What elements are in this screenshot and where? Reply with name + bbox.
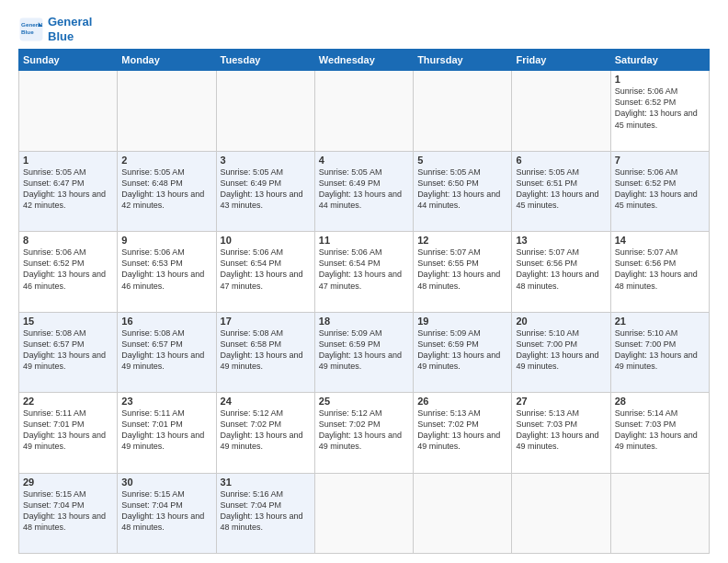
calendar-cell: 13Sunrise: 5:07 AMSunset: 6:56 PMDayligh… — [512, 232, 610, 312]
day-number: 19 — [417, 316, 507, 327]
calendar-cell: 30Sunrise: 5:15 AMSunset: 7:04 PMDayligh… — [118, 473, 216, 553]
cell-content: Sunrise: 5:13 AMSunset: 7:03 PMDaylight:… — [516, 408, 598, 451]
cell-content: Sunrise: 5:05 AMSunset: 6:49 PMDaylight:… — [221, 167, 303, 210]
calendar-cell: 10Sunrise: 5:06 AMSunset: 6:54 PMDayligh… — [216, 232, 314, 312]
cell-content: Sunrise: 5:05 AMSunset: 6:50 PMDaylight:… — [417, 167, 500, 210]
calendar-cell — [314, 71, 413, 151]
day-number: 26 — [417, 396, 507, 407]
cell-content: Sunrise: 5:13 AMSunset: 7:02 PMDaylight:… — [417, 408, 500, 451]
calendar-day-header: Friday — [512, 50, 610, 71]
cell-content: Sunrise: 5:14 AMSunset: 7:03 PMDaylight:… — [615, 408, 698, 451]
calendar-cell — [512, 71, 610, 151]
cell-content: Sunrise: 5:06 AMSunset: 6:54 PMDaylight:… — [221, 247, 303, 290]
day-number: 28 — [615, 396, 705, 407]
calendar-cell: 12Sunrise: 5:07 AMSunset: 6:55 PMDayligh… — [414, 232, 512, 312]
calendar-week-row: 1Sunrise: 5:05 AMSunset: 6:47 PMDaylight… — [19, 151, 710, 231]
day-number: 21 — [615, 316, 705, 327]
cell-content: Sunrise: 5:15 AMSunset: 7:04 PMDaylight:… — [23, 489, 106, 532]
day-number: 1 — [23, 155, 113, 166]
calendar-cell: 19Sunrise: 5:09 AMSunset: 6:59 PMDayligh… — [414, 312, 512, 392]
cell-content: Sunrise: 5:07 AMSunset: 6:55 PMDaylight:… — [417, 247, 500, 290]
calendar-cell: 17Sunrise: 5:08 AMSunset: 6:58 PMDayligh… — [216, 312, 314, 392]
cell-content: Sunrise: 5:08 AMSunset: 6:57 PMDaylight:… — [121, 328, 204, 371]
calendar-week-row: 22Sunrise: 5:11 AMSunset: 7:01 PMDayligh… — [19, 393, 710, 473]
day-number: 7 — [615, 155, 705, 166]
cell-content: Sunrise: 5:09 AMSunset: 6:59 PMDaylight:… — [417, 328, 500, 371]
calendar-table: SundayMondayTuesdayWednesdayThursdayFrid… — [18, 49, 710, 554]
calendar-cell: 3Sunrise: 5:05 AMSunset: 6:49 PMDaylight… — [216, 151, 314, 231]
cell-content: Sunrise: 5:07 AMSunset: 6:56 PMDaylight:… — [615, 247, 698, 290]
calendar-week-row: 8Sunrise: 5:06 AMSunset: 6:52 PMDaylight… — [19, 232, 710, 312]
day-number: 27 — [516, 396, 606, 407]
cell-content: Sunrise: 5:06 AMSunset: 6:54 PMDaylight:… — [319, 247, 402, 290]
calendar-day-header: Thursday — [414, 50, 512, 71]
cell-content: Sunrise: 5:12 AMSunset: 7:02 PMDaylight:… — [221, 408, 303, 451]
calendar-cell: 4Sunrise: 5:05 AMSunset: 6:49 PMDaylight… — [314, 151, 413, 231]
cell-content: Sunrise: 5:06 AMSunset: 6:52 PMDaylight:… — [23, 247, 106, 290]
day-number: 31 — [221, 477, 311, 488]
cell-content: Sunrise: 5:06 AMSunset: 6:53 PMDaylight:… — [121, 247, 204, 290]
day-number: 17 — [221, 316, 311, 327]
cell-content: Sunrise: 5:15 AMSunset: 7:04 PMDaylight:… — [121, 489, 204, 532]
day-number: 10 — [221, 235, 311, 246]
cell-content: Sunrise: 5:08 AMSunset: 6:57 PMDaylight:… — [23, 328, 106, 371]
calendar-cell: 20Sunrise: 5:10 AMSunset: 7:00 PMDayligh… — [512, 312, 610, 392]
calendar-cell — [19, 71, 118, 151]
day-number: 5 — [417, 155, 507, 166]
calendar-cell: 1Sunrise: 5:06 AMSunset: 6:52 PMDaylight… — [610, 71, 709, 151]
calendar-cell: 8Sunrise: 5:06 AMSunset: 6:52 PMDaylight… — [19, 232, 118, 312]
day-number: 18 — [319, 316, 409, 327]
calendar-cell — [414, 71, 512, 151]
day-number: 25 — [319, 396, 409, 407]
logo-icon: General Blue — [18, 17, 44, 42]
day-number: 1 — [615, 74, 705, 85]
calendar-cell: 5Sunrise: 5:05 AMSunset: 6:50 PMDaylight… — [414, 151, 512, 231]
calendar-day-header: Sunday — [19, 50, 118, 71]
calendar-cell: 31Sunrise: 5:16 AMSunset: 7:04 PMDayligh… — [216, 473, 314, 553]
calendar-week-row: 1Sunrise: 5:06 AMSunset: 6:52 PMDaylight… — [19, 71, 710, 151]
cell-content: Sunrise: 5:05 AMSunset: 6:47 PMDaylight:… — [23, 167, 106, 210]
cell-content: Sunrise: 5:10 AMSunset: 7:00 PMDaylight:… — [516, 328, 598, 371]
calendar-cell: 26Sunrise: 5:13 AMSunset: 7:02 PMDayligh… — [414, 393, 512, 473]
calendar-cell: 6Sunrise: 5:05 AMSunset: 6:51 PMDaylight… — [512, 151, 610, 231]
day-number: 29 — [23, 477, 113, 488]
day-number: 13 — [516, 235, 606, 246]
calendar-cell: 14Sunrise: 5:07 AMSunset: 6:56 PMDayligh… — [610, 232, 709, 312]
cell-content: Sunrise: 5:05 AMSunset: 6:49 PMDaylight:… — [319, 167, 402, 210]
cell-content: Sunrise: 5:06 AMSunset: 6:52 PMDaylight:… — [615, 86, 698, 129]
day-number: 20 — [516, 316, 606, 327]
cell-content: Sunrise: 5:11 AMSunset: 7:01 PMDaylight:… — [23, 408, 106, 451]
logo: General Blue GeneralBlue — [18, 15, 92, 43]
calendar-cell — [414, 473, 512, 553]
cell-content: Sunrise: 5:12 AMSunset: 7:02 PMDaylight:… — [319, 408, 402, 451]
calendar-week-row: 29Sunrise: 5:15 AMSunset: 7:04 PMDayligh… — [19, 473, 710, 553]
day-number: 30 — [121, 477, 211, 488]
calendar-cell — [118, 71, 216, 151]
calendar-cell: 25Sunrise: 5:12 AMSunset: 7:02 PMDayligh… — [314, 393, 413, 473]
calendar-cell: 28Sunrise: 5:14 AMSunset: 7:03 PMDayligh… — [610, 393, 709, 473]
calendar-cell: 21Sunrise: 5:10 AMSunset: 7:00 PMDayligh… — [610, 312, 709, 392]
calendar-cell: 2Sunrise: 5:05 AMSunset: 6:48 PMDaylight… — [118, 151, 216, 231]
cell-content: Sunrise: 5:07 AMSunset: 6:56 PMDaylight:… — [516, 247, 598, 290]
cell-content: Sunrise: 5:16 AMSunset: 7:04 PMDaylight:… — [221, 489, 303, 532]
calendar-cell: 27Sunrise: 5:13 AMSunset: 7:03 PMDayligh… — [512, 393, 610, 473]
calendar-cell: 24Sunrise: 5:12 AMSunset: 7:02 PMDayligh… — [216, 393, 314, 473]
svg-text:Blue: Blue — [21, 28, 34, 34]
cell-content: Sunrise: 5:08 AMSunset: 6:58 PMDaylight:… — [221, 328, 303, 371]
cell-content: Sunrise: 5:11 AMSunset: 7:01 PMDaylight:… — [121, 408, 204, 451]
day-number: 8 — [23, 235, 113, 246]
day-number: 2 — [121, 155, 211, 166]
day-number: 6 — [516, 155, 606, 166]
calendar-cell: 23Sunrise: 5:11 AMSunset: 7:01 PMDayligh… — [118, 393, 216, 473]
cell-content: Sunrise: 5:09 AMSunset: 6:59 PMDaylight:… — [319, 328, 402, 371]
day-number: 15 — [23, 316, 113, 327]
calendar-cell: 1Sunrise: 5:05 AMSunset: 6:47 PMDaylight… — [19, 151, 118, 231]
calendar-cell — [216, 71, 314, 151]
page: General Blue GeneralBlue SundayMondayTue… — [0, 0, 728, 563]
day-number: 4 — [319, 155, 409, 166]
day-number: 3 — [221, 155, 311, 166]
calendar-cell: 16Sunrise: 5:08 AMSunset: 6:57 PMDayligh… — [118, 312, 216, 392]
cell-content: Sunrise: 5:05 AMSunset: 6:51 PMDaylight:… — [516, 167, 598, 210]
day-number: 23 — [121, 396, 211, 407]
day-number: 12 — [417, 235, 507, 246]
